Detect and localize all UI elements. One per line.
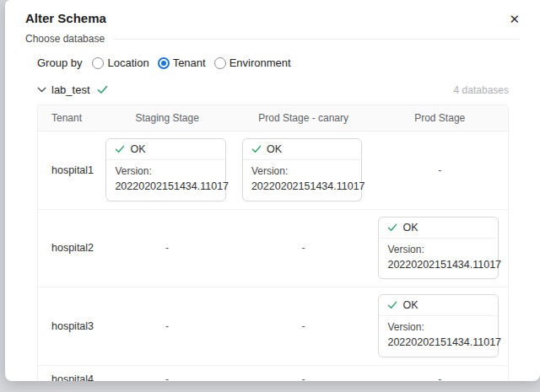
version-value: 20220202151434.11017 [387, 335, 489, 350]
table-row: hospital3 - - OK Version: 20220202151434… [38, 287, 508, 366]
alter-schema-modal: Alter Schema ✕ Choose database Group by … [5, 0, 540, 381]
table-row: hospital4 - - - [38, 366, 508, 381]
column-header-prod-canary: Prod Stage - canary [235, 105, 372, 132]
tenant-name: hospital3 [38, 287, 99, 366]
status-card[interactable]: OK Version: 20220202151434.11017 [378, 294, 499, 357]
radio-tenant[interactable]: Tenant [158, 56, 206, 69]
radio-unchecked-icon [214, 57, 226, 69]
radio-checked-icon [158, 57, 170, 69]
check-icon [387, 223, 397, 232]
empty-cell: - [302, 373, 305, 381]
column-header-tenant: Tenant [38, 105, 99, 132]
modal-header: Alter Schema ✕ Choose database [5, 0, 540, 45]
empty-cell: - [165, 373, 169, 381]
check-icon [97, 85, 108, 94]
check-icon [251, 145, 262, 153]
tenant-name: hospital2 [38, 210, 99, 288]
tenant-name: hospital4 [38, 366, 99, 381]
radio-environment[interactable]: Environment [214, 56, 291, 69]
radio-tenant-label: Tenant [173, 56, 206, 69]
empty-cell: - [438, 164, 441, 176]
table-header-row: Tenant Staging Stage Prod Stage - canary… [38, 105, 508, 132]
radio-location-label: Location [107, 56, 148, 69]
status-card[interactable]: OK Version: 20220202151434.11017 [378, 217, 499, 280]
status-label: OK [130, 143, 145, 155]
column-header-staging: Staging Stage [99, 105, 235, 132]
table-row: hospital2 - - OK Version: 20220202151434… [38, 210, 508, 288]
check-icon [115, 145, 125, 153]
radio-environment-label: Environment [230, 56, 291, 69]
tenant-name: hospital1 [38, 132, 99, 210]
database-group-name: lab_test [51, 83, 90, 96]
group-by-label: Group by [37, 56, 82, 69]
version-label: Version: [387, 320, 489, 335]
empty-cell: - [302, 320, 305, 332]
modal-body: Group by Location Tenant Environment lab… [5, 45, 540, 381]
close-icon[interactable]: ✕ [507, 11, 521, 27]
tenant-stage-table: Tenant Staging Stage Prod Stage - canary… [37, 105, 509, 381]
status-card[interactable]: OK Version: 20220202151434.11017 [242, 138, 363, 201]
group-by-row: Group by Location Tenant Environment [37, 56, 509, 69]
page-title: Alter Schema [25, 11, 106, 25]
version-value: 20220202151434.11017 [251, 179, 354, 194]
modal-subtitle: Choose database [25, 33, 105, 45]
empty-cell: - [302, 242, 305, 254]
version-label: Version: [115, 164, 217, 179]
version-value: 20220202151434.11017 [115, 179, 217, 194]
status-label: OK [267, 143, 282, 155]
column-header-prod: Prod Stage [371, 105, 508, 132]
database-group-header: lab_test 4 databases [37, 83, 509, 96]
version-label: Version: [387, 243, 489, 257]
status-card[interactable]: OK Version: 20220202151434.11017 [105, 138, 226, 201]
empty-cell: - [165, 242, 169, 254]
database-count: 4 databases [454, 84, 509, 96]
subtitle-divider [113, 39, 520, 40]
status-label: OK [402, 299, 418, 311]
check-icon [387, 301, 397, 309]
version-label: Version: [251, 164, 354, 179]
status-label: OK [402, 222, 418, 234]
table-row: hospital1 OK Version: 20220202151434.110… [38, 132, 508, 210]
empty-cell: - [438, 373, 441, 381]
radio-location[interactable]: Location [92, 56, 148, 69]
version-value: 20220202151434.11017 [387, 257, 489, 272]
radio-unchecked-icon [92, 57, 104, 69]
chevron-down-icon[interactable] [37, 87, 46, 93]
empty-cell: - [165, 320, 169, 332]
